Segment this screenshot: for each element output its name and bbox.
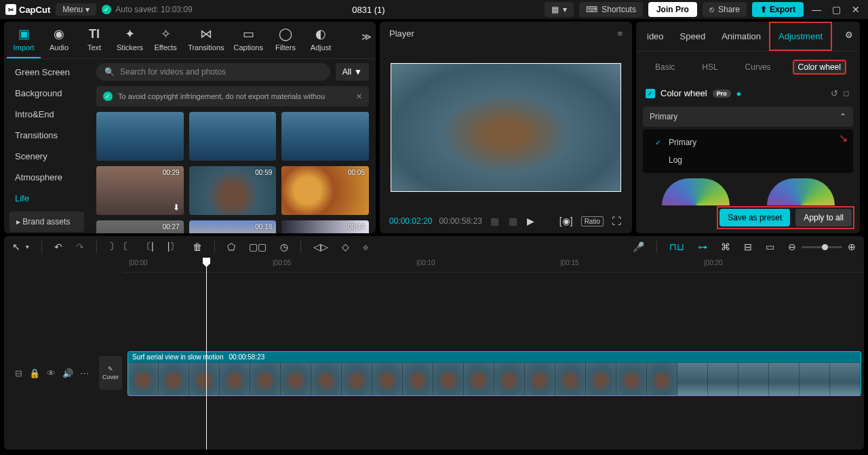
tab-effects[interactable]: ✧Effects [149, 24, 182, 58]
tab-speed[interactable]: Speed [672, 22, 714, 51]
play-button[interactable]: ▶ [526, 214, 536, 228]
video-preview[interactable] [391, 63, 621, 192]
undo-icon[interactable]: ↶ [53, 240, 64, 254]
duplicate-icon[interactable]: ▢▢ [248, 240, 268, 254]
option-primary[interactable]: ✓Primary [643, 134, 853, 151]
tab-filters[interactable]: ◯Filters [269, 24, 302, 58]
track-collapse-icon[interactable]: ⊟ [15, 368, 22, 378]
marker-icon[interactable]: ⬠ [226, 240, 237, 254]
subtab-curves[interactable]: Curves [740, 60, 776, 75]
cat-atmosphere[interactable]: Atmosphere [4, 167, 90, 188]
cover-button[interactable]: ✎ Cover [99, 356, 122, 390]
media-thumb[interactable] [96, 112, 184, 161]
minimize-button[interactable]: — [809, 4, 824, 15]
layout-button[interactable]: ▦ ▾ [545, 2, 574, 17]
media-thumb[interactable]: 00:14 [281, 220, 369, 233]
link-snap-icon[interactable]: ⊶ [696, 240, 709, 254]
menu-button[interactable]: Menu▾ [56, 3, 96, 16]
close-button[interactable]: ✕ [849, 4, 863, 15]
timeline[interactable]: |00:00|00:05|00:10|00:15|00:20 ⊟ 🔒 👁 🔊 ⋯… [4, 258, 864, 450]
cat-transitions[interactable]: Transitions [4, 125, 90, 146]
speed-icon[interactable]: ◷ [279, 240, 290, 254]
tab-adjust[interactable]: ◐Adjust [304, 24, 338, 58]
tab-transitions[interactable]: ⋈Transitions [184, 24, 228, 58]
media-thumb[interactable] [281, 112, 369, 161]
color-wheel-checkbox[interactable]: ✓ [646, 89, 655, 98]
banner-close-icon[interactable]: ✕ [356, 92, 362, 101]
maximize-button[interactable]: ▢ [829, 4, 844, 15]
save-preset-button[interactable]: Save as preset [719, 209, 790, 226]
rotate-icon[interactable]: ◇ [340, 240, 351, 254]
trim-right-icon[interactable]: |〕 [166, 239, 181, 254]
tab-captions[interactable]: ▭Captions [230, 24, 267, 58]
trim-left-icon[interactable]: 〔| [140, 239, 155, 254]
join-pro-button[interactable]: Join Pro [648, 2, 697, 17]
mirror-icon[interactable]: ◁▷ [312, 240, 330, 254]
media-thumb[interactable] [189, 112, 277, 161]
zoom-slider[interactable] [802, 246, 842, 248]
grid-a-icon[interactable]: ▦ [489, 214, 500, 228]
time-ruler[interactable]: |00:00|00:05|00:10|00:15|00:20 [123, 258, 864, 273]
track-mute-icon[interactable]: 🔊 [62, 368, 73, 378]
split-icon[interactable]: 〕〔 [108, 239, 130, 254]
tab-import[interactable]: ▣Import [7, 24, 41, 58]
cat-life[interactable]: Life [4, 188, 90, 209]
cat-scenery[interactable]: Scenery [4, 146, 90, 167]
tab-video[interactable]: ideo [639, 22, 672, 51]
mic-icon[interactable]: 🎤 [631, 240, 646, 254]
media-thumb[interactable]: 00:18 [189, 220, 277, 233]
cat-background[interactable]: Background [4, 83, 90, 104]
tab-audio[interactable]: ◉Audio [42, 24, 76, 58]
cat-green-screen[interactable]: Green Screen [4, 62, 90, 83]
select-tool-icon[interactable]: ↖ [11, 240, 22, 254]
tab-text[interactable]: TIText [77, 24, 111, 58]
video-clip[interactable]: Surf aerial view in slow motion 00:00:58… [127, 351, 861, 396]
preview-render-icon[interactable]: ▭ [764, 240, 776, 254]
media-thumb[interactable]: 00:05 [281, 166, 369, 215]
tab-stickers[interactable]: ✦Stickers [113, 24, 147, 58]
color-wheel-gamma[interactable] [767, 178, 835, 205]
media-thumb[interactable]: 00:29⬇ [96, 166, 184, 215]
crop-icon[interactable]: ⟐ [361, 240, 370, 254]
inspector-more-icon[interactable]: ⚙ [841, 22, 857, 51]
tab-animation[interactable]: Animation [713, 22, 769, 51]
subtab-hsl[interactable]: HSL [696, 60, 723, 75]
zoom-in-icon[interactable]: ⊕ [846, 240, 857, 254]
track-lock-icon[interactable]: 🔒 [29, 368, 40, 378]
align-icon[interactable]: ⊟ [743, 240, 753, 254]
fullscreen-icon[interactable]: ⛶ [610, 214, 623, 228]
primary-select[interactable]: Primary ⌃ [643, 106, 853, 127]
tabs-more-icon[interactable]: ≫ [361, 31, 372, 42]
track-more-icon[interactable]: ⋯ [80, 368, 89, 378]
playhead[interactable] [206, 258, 207, 450]
select-chevron-icon[interactable]: ▾ [24, 242, 31, 252]
media-thumb[interactable]: 00:27 [96, 220, 184, 233]
download-icon[interactable]: ⬇ [173, 203, 180, 212]
search-input[interactable]: 🔍 Search for videos and photos [96, 63, 330, 81]
track-visible-icon[interactable]: 👁 [47, 368, 56, 378]
reset-icon[interactable]: ↺ [831, 88, 838, 98]
apply-all-button[interactable]: Apply to all [795, 209, 852, 226]
color-wheel-lift[interactable] [662, 178, 730, 205]
redo-icon[interactable]: ↷ [75, 240, 85, 254]
ratio-button[interactable]: Ratio [581, 216, 604, 226]
share-button[interactable]: ⎋Share [703, 2, 747, 17]
subtab-color-wheel[interactable]: Color wheel [793, 60, 846, 75]
grid-b-icon[interactable]: ▦ [507, 214, 519, 228]
export-button[interactable]: ⬆Export [752, 2, 804, 17]
magnet-icon[interactable]: ⊓⊔ [668, 240, 686, 254]
scan-icon[interactable]: [◉] [558, 214, 574, 228]
player-menu-icon[interactable]: ≡ [617, 28, 623, 39]
delete-icon[interactable]: 🗑 [191, 240, 203, 254]
tab-adjustment[interactable]: Adjustment [769, 22, 832, 51]
filter-all-button[interactable]: All ▼ [336, 63, 369, 81]
link-icon[interactable]: ⌘ [719, 240, 732, 254]
shortcuts-button[interactable]: ⌨Shortcuts [579, 2, 643, 17]
subtab-basic[interactable]: Basic [650, 60, 680, 75]
zoom-out-icon[interactable]: ⊖ [787, 240, 797, 254]
media-thumb[interactable]: 00:59 [189, 166, 277, 215]
cat-intro-end[interactable]: Intro&End [4, 104, 90, 125]
keyframe-icon[interactable]: ◇ [841, 87, 853, 100]
option-log[interactable]: Log [643, 151, 853, 169]
brand-assets-button[interactable]: ▸ Brand assets [9, 212, 84, 232]
